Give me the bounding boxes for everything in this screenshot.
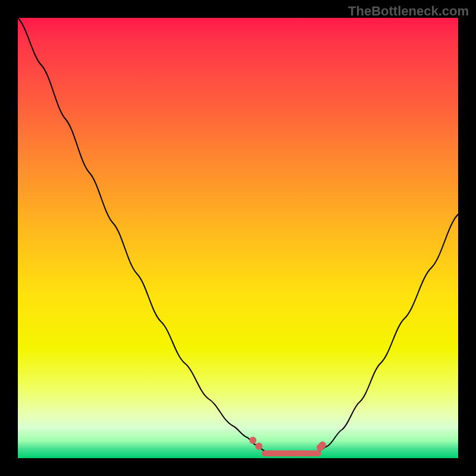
watermark-text: TheBottleneck.com	[348, 4, 469, 19]
left-curve	[18, 18, 274, 453]
highlight-dot	[255, 443, 262, 450]
highlight-dot	[249, 437, 256, 444]
highlight-dot	[319, 441, 326, 449]
chart-svg	[18, 18, 458, 458]
right-curve	[315, 214, 458, 453]
chart-frame	[18, 18, 458, 458]
highlight-dots	[249, 437, 326, 451]
